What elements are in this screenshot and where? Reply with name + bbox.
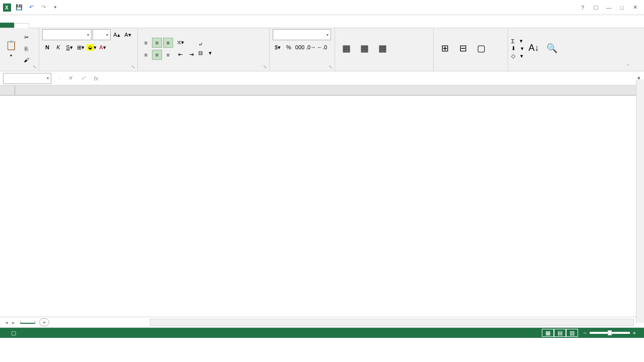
help-icon[interactable]: ? <box>578 3 588 13</box>
font-name-combo[interactable]: ▾ <box>42 29 92 40</box>
tab-data[interactable] <box>71 24 86 28</box>
ribbon-display-icon[interactable]: ▢ <box>591 3 601 13</box>
orientation-icon[interactable]: ⤭▾ <box>175 38 185 48</box>
horizontal-scrollbar[interactable] <box>150 319 634 326</box>
copy-icon[interactable]: ⎘ <box>21 44 31 54</box>
fx-icon[interactable]: fx <box>91 73 101 83</box>
view-pagelayout-icon[interactable]: ▤ <box>554 329 566 337</box>
merge-center-button[interactable]: ⊟ ▾ <box>198 50 212 56</box>
maximize-icon[interactable]: □ <box>617 3 627 13</box>
zoom-slider[interactable] <box>590 332 630 334</box>
percent-icon[interactable]: % <box>284 42 294 52</box>
sheet-nav-last-icon[interactable]: ▸ <box>12 319 15 326</box>
cell-styles-button[interactable]: ▦ <box>374 41 390 56</box>
close-icon[interactable]: ✕ <box>630 3 640 13</box>
enter-formula-icon[interactable]: ✓ <box>78 73 88 83</box>
ribbon: 📋 ▾ ✂ ⎘ 🖌 ⤡ ▾ ▾ A▴ A▾ N K S▾ <box>0 28 644 71</box>
cut-icon[interactable]: ✂ <box>21 33 31 43</box>
group-clipboard-label <box>3 68 36 70</box>
conditional-format-icon: ▦ <box>340 42 352 54</box>
format-cells-button[interactable]: ▢ <box>473 41 489 56</box>
increase-font-icon[interactable]: A▴ <box>112 30 122 40</box>
align-center-icon[interactable]: ≡ <box>152 50 162 60</box>
align-bottom-icon[interactable]: ≡ <box>163 38 173 48</box>
macro-record-icon[interactable]: ▢ <box>11 330 16 336</box>
select-all-corner[interactable] <box>0 85 15 95</box>
zoom-out-button[interactable]: − <box>583 330 586 336</box>
bold-button[interactable]: N <box>42 42 52 52</box>
name-box[interactable]: ▾ <box>3 73 51 84</box>
format-cells-icon: ▢ <box>475 42 487 54</box>
qat-dropdown-icon[interactable]: ▼ <box>51 4 59 12</box>
redo-icon[interactable]: ↷ <box>39 4 47 12</box>
group-cells-label <box>437 68 505 70</box>
spreadsheet-grid[interactable] <box>0 85 644 317</box>
border-button[interactable]: ⊞▾ <box>75 42 86 52</box>
insert-cells-button[interactable]: ⊞ <box>437 41 453 56</box>
cancel-formula-icon[interactable]: ✕ <box>65 73 75 83</box>
increase-decimal-icon[interactable]: .0→ <box>306 42 316 52</box>
wrap-text-button[interactable]: ⤶ <box>198 41 212 48</box>
decrease-decimal-icon[interactable]: ←.0 <box>317 42 327 52</box>
font-color-button[interactable]: A▾ <box>98 42 108 52</box>
paste-button[interactable]: 📋 ▾ <box>3 38 19 59</box>
align-right-icon[interactable]: ≡ <box>163 50 173 60</box>
formula-input[interactable] <box>106 73 634 84</box>
sheet-tab-hoja1[interactable] <box>20 321 35 324</box>
thousands-icon[interactable]: 000 <box>295 42 305 52</box>
minimize-icon[interactable]: — <box>604 3 614 13</box>
fill-color-button[interactable]: ⬙▾ <box>87 42 97 52</box>
sheet-tab-bar: ◂ ▸ + <box>0 317 644 328</box>
align-middle-icon[interactable]: ≡ <box>152 38 162 48</box>
align-left-icon[interactable]: ≡ <box>141 50 151 60</box>
italic-button[interactable]: K <box>53 42 63 52</box>
tab-insert[interactable] <box>29 24 43 28</box>
tab-view[interactable] <box>100 24 114 28</box>
decrease-font-icon[interactable]: A▾ <box>123 30 133 40</box>
tab-home[interactable] <box>14 23 29 28</box>
clipboard-launcher-icon[interactable]: ⤡ <box>32 64 38 70</box>
currency-icon[interactable]: $▾ <box>273 42 283 52</box>
conditional-format-button[interactable]: ▦ <box>338 41 354 56</box>
group-styles-label <box>338 68 430 70</box>
vertical-scrollbar[interactable] <box>636 79 644 323</box>
format-table-icon: ▦ <box>358 42 370 54</box>
number-launcher-icon[interactable]: ⤡ <box>328 64 334 70</box>
alignment-launcher-icon[interactable]: ⤡ <box>262 64 268 70</box>
undo-icon[interactable]: ↶ <box>27 4 35 12</box>
tab-formulas[interactable] <box>57 24 71 28</box>
indent-increase-icon[interactable]: ⇥ <box>186 50 196 60</box>
excel-icon: X <box>3 4 11 12</box>
find-select-button[interactable]: 🔍 <box>544 41 560 56</box>
clear-button[interactable]: ◇ ▾ <box>511 53 524 59</box>
tab-file[interactable] <box>0 23 14 28</box>
view-pagebreak-icon[interactable]: ▥ <box>566 329 578 337</box>
font-launcher-icon[interactable]: ⤡ <box>130 64 136 70</box>
tab-review[interactable] <box>86 24 100 28</box>
tab-pagelayout[interactable] <box>43 24 57 28</box>
sheet-nav-first-icon[interactable]: ◂ <box>5 319 8 326</box>
add-sheet-button[interactable]: + <box>39 318 49 326</box>
formula-separator: ⋮ <box>56 75 62 81</box>
group-editing-label <box>511 68 628 70</box>
indent-decrease-icon[interactable]: ⇤ <box>175 50 185 60</box>
sort-filter-button[interactable]: A↓ <box>526 41 542 56</box>
zoom-in-button[interactable]: + <box>633 330 636 336</box>
delete-cells-button[interactable]: ⊟ <box>455 41 471 56</box>
fill-button[interactable]: ⬇ ▾ <box>511 45 524 52</box>
group-font-label <box>42 68 134 70</box>
format-table-button[interactable]: ▦ <box>356 41 372 56</box>
insert-cells-icon: ⊞ <box>439 42 451 54</box>
view-normal-icon[interactable]: ▦ <box>542 329 554 337</box>
underline-button[interactable]: S▾ <box>64 42 74 52</box>
format-painter-icon[interactable]: 🖌 <box>21 55 31 65</box>
tab-developer[interactable] <box>114 24 128 28</box>
align-top-icon[interactable]: ≡ <box>141 38 151 48</box>
status-bar: ▢ ▦ ▤ ▥ − + <box>0 328 644 338</box>
collapse-ribbon-icon[interactable]: ˇ <box>627 64 629 70</box>
paste-icon: 📋 <box>5 39 17 51</box>
autosum-button[interactable]: Σ ▾ <box>511 38 524 44</box>
font-size-combo[interactable]: ▾ <box>93 29 111 40</box>
number-format-combo[interactable]: ▾ <box>273 29 331 40</box>
save-icon[interactable]: 💾 <box>15 4 23 12</box>
